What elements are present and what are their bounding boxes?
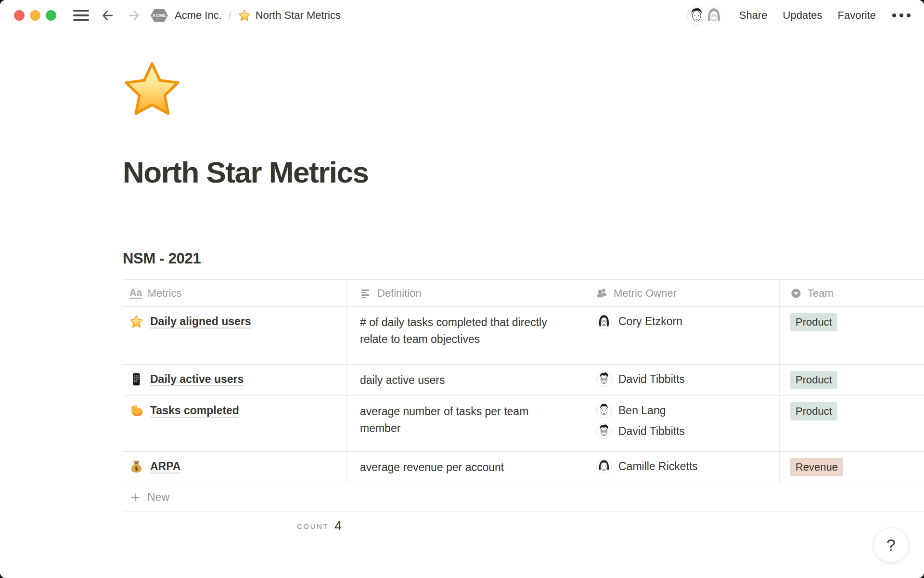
owner: Camille Ricketts: [596, 458, 772, 474]
page-title[interactable]: North Star Metrics: [123, 155, 924, 189]
count-value: 4: [334, 519, 342, 534]
sidebar-menu-icon[interactable]: [73, 10, 89, 21]
money-bag-icon: [129, 460, 143, 473]
close-window-button[interactable]: [14, 10, 25, 21]
column-header-metrics[interactable]: Aa Metrics: [123, 280, 346, 306]
metrics-table: Aa Metrics Definition: [123, 279, 924, 540]
owner-cell[interactable]: David Tibbitts: [585, 365, 780, 395]
table-row: ARPA average revenue per account: [123, 451, 924, 483]
definition-cell[interactable]: # of daily tasks completed that directly…: [346, 307, 585, 364]
collaborator-avatars: [686, 5, 725, 26]
minimize-window-button[interactable]: [30, 10, 40, 21]
avatar: [596, 458, 612, 474]
avatar: [596, 423, 612, 439]
plus-icon: [129, 492, 141, 503]
column-header-team[interactable]: Team: [780, 280, 924, 306]
topbar-actions: Share Updates Favorite: [686, 5, 911, 26]
column-header-definition[interactable]: Definition: [346, 280, 585, 306]
share-button[interactable]: Share: [739, 9, 768, 22]
avatar: [596, 402, 612, 419]
zoom-window-button[interactable]: [46, 10, 56, 21]
window-titlebar: ACME Acme Inc. / North Star Metrics: [0, 0, 924, 31]
collaborator-avatar[interactable]: [703, 5, 725, 26]
page-star-icon: [238, 9, 251, 22]
team-tag: Product: [790, 371, 837, 389]
team-tag: Revenue: [790, 458, 843, 476]
metric-cell: Daily active users: [123, 365, 346, 395]
more-options-icon[interactable]: [892, 13, 911, 17]
metric-cell: Tasks completed: [123, 396, 346, 451]
owner-name: David Tibbitts: [618, 425, 685, 438]
breadcrumb-page[interactable]: North Star Metrics: [256, 9, 341, 22]
column-calculation[interactable]: COUNT 4: [123, 512, 346, 540]
text-property-icon: [360, 288, 372, 299]
team-tag: Product: [790, 402, 837, 420]
acme-logo: ACME: [151, 9, 168, 22]
favorite-button[interactable]: Favorite: [838, 9, 876, 22]
star-icon: [129, 315, 143, 328]
metric-page-link[interactable]: ARPA: [150, 458, 180, 474]
avatar: [596, 371, 612, 387]
owner: Ben Lang: [596, 402, 772, 419]
table-header-row: Aa Metrics Definition: [123, 279, 924, 306]
team-cell[interactable]: Product: [780, 307, 924, 364]
select-property-icon: [790, 288, 802, 299]
owner: David Tibbitts: [596, 371, 772, 387]
table-row: Daily aligned users # of daily tasks com…: [123, 306, 924, 364]
owner-cell[interactable]: Ben Lang David Tibbi: [585, 396, 780, 451]
app-window: ACME Acme Inc. / North Star Metrics: [0, 0, 924, 578]
help-button[interactable]: ?: [873, 527, 909, 563]
flexed-biceps-icon: [129, 404, 143, 418]
metric-cell: ARPA: [123, 452, 346, 483]
breadcrumb: ACME Acme Inc. / North Star Metrics: [151, 9, 341, 22]
owner-name: Ben Lang: [618, 404, 666, 417]
table-row: Daily active users daily active users: [123, 364, 924, 395]
team-cell[interactable]: Product: [780, 365, 924, 395]
owner-name: Camille Ricketts: [618, 460, 698, 473]
database-title[interactable]: NSM - 2021: [123, 250, 924, 267]
table-row: Tasks completed average number of tasks …: [123, 395, 924, 451]
metric-page-link[interactable]: Tasks completed: [150, 402, 239, 419]
team-cell[interactable]: Product: [780, 396, 924, 451]
column-header-metric-owner[interactable]: Metric Owner: [585, 280, 780, 306]
owner: David Tibbitts: [596, 423, 772, 439]
metric-cell: Daily aligned users: [123, 307, 346, 364]
owner-cell[interactable]: Camille Ricketts: [585, 452, 780, 483]
breadcrumb-separator: /: [229, 10, 231, 21]
owner-name: David Tibbitts: [618, 373, 685, 386]
avatar: [596, 313, 612, 329]
owner: Cory Etzkorn: [596, 313, 772, 329]
forward-arrow-icon[interactable]: [127, 8, 141, 23]
metric-page-link[interactable]: Daily aligned users: [150, 313, 251, 329]
owner-name: Cory Etzkorn: [618, 315, 682, 328]
definition-cell[interactable]: average number of tasks per team member: [346, 396, 585, 451]
add-new-row-button[interactable]: New: [123, 483, 924, 512]
traffic-lights: [14, 10, 56, 21]
breadcrumb-workspace[interactable]: Acme Inc.: [175, 9, 222, 22]
page-content: North Star Metrics NSM - 2021 Aa Metrics…: [0, 31, 924, 540]
definition-cell[interactable]: daily active users: [346, 365, 585, 395]
back-arrow-icon[interactable]: [101, 8, 115, 23]
title-property-icon: Aa: [129, 288, 142, 299]
definition-cell[interactable]: average revenue per account: [346, 452, 585, 483]
metric-page-link[interactable]: Daily active users: [150, 371, 244, 387]
team-cell[interactable]: Revenue: [780, 452, 924, 483]
mobile-phone-icon: [129, 372, 143, 386]
updates-button[interactable]: Updates: [783, 9, 822, 22]
team-tag: Product: [790, 313, 837, 331]
page-icon-star[interactable]: [123, 60, 181, 118]
people-property-icon: [596, 287, 608, 299]
owner-cell[interactable]: Cory Etzkorn: [585, 307, 780, 364]
count-label: COUNT: [297, 522, 329, 530]
